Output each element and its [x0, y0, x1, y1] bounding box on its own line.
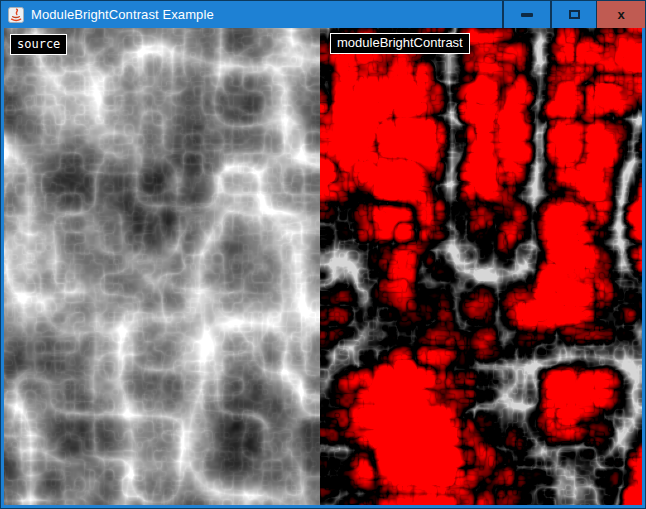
close-button[interactable]: x	[596, 1, 645, 28]
java-icon	[8, 7, 24, 23]
close-icon: x	[617, 7, 624, 22]
maximize-button[interactable]	[550, 1, 596, 28]
titlebar[interactable]: ModuleBrightContrast Example x	[1, 1, 645, 28]
panel-source: source	[4, 28, 320, 505]
window-controls: x	[502, 1, 645, 28]
panel-result: moduleBrightContrast	[320, 28, 642, 505]
minimize-button[interactable]	[502, 1, 550, 28]
panel-label-source: source	[10, 34, 67, 55]
minimize-icon	[521, 13, 533, 17]
panel-label-result: moduleBrightContrast	[330, 33, 470, 54]
content-area: source moduleBrightContrast	[4, 28, 642, 505]
result-noise-image	[320, 28, 642, 505]
window-title: ModuleBrightContrast Example	[31, 7, 214, 22]
maximize-icon	[569, 10, 580, 19]
source-noise-image	[4, 28, 320, 505]
window-frame: ModuleBrightContrast Example x source mo…	[0, 0, 646, 509]
